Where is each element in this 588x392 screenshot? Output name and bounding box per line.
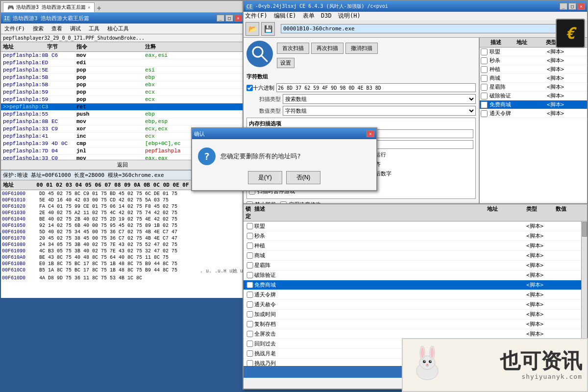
list-item[interactable]: 种植 <脚本> [480, 65, 587, 74]
scroll-thumb[interactable] [582, 222, 587, 237]
cheat-list-item[interactable]: 种植 <脚本> [244, 241, 587, 251]
list-lock-cb[interactable] [481, 84, 488, 91]
ce-menu-help[interactable]: 说明(H) [337, 12, 362, 20]
ce-close-btn[interactable]: ✕ [577, 3, 585, 10]
cheat-list-item[interactable]: 全屏攻击 <脚本> [244, 329, 587, 339]
cheat-lock-checkbox[interactable] [245, 262, 254, 269]
col-bytes: 字节 [47, 43, 76, 50]
menu-search[interactable]: 搜索 [31, 24, 45, 33]
cheat-lock-checkbox[interactable] [245, 272, 254, 278]
toolbar-save-btn[interactable]: 💾 [261, 22, 275, 36]
list-item[interactable]: 破除验证 <脚本> [480, 92, 587, 100]
cheat-lock-checkbox[interactable] [245, 282, 254, 288]
list-item[interactable]: 通天令牌 <脚本> [480, 109, 587, 118]
asm-row[interactable]: pepflashpla:EDedi [1, 59, 244, 67]
list-item[interactable]: 免费商城 <脚本> [480, 100, 587, 109]
asm-row[interactable]: pepflashpla:59popecx [1, 96, 244, 103]
confirm-no-btn[interactable]: 否(N) [286, 171, 321, 184]
cheat-list-item[interactable]: 商城 <脚本> [244, 251, 587, 261]
cheat-lock-checkbox[interactable] [245, 341, 254, 347]
list-lock-cb[interactable] [481, 49, 488, 55]
ce-menu-edit[interactable]: 编辑(E) [272, 12, 298, 20]
cheat-lock-checkbox[interactable] [245, 223, 254, 229]
list-item[interactable]: 联盟 <脚本> [480, 48, 587, 56]
list-item[interactable]: 秒杀 <脚本> [480, 56, 587, 65]
hex-value-input[interactable] [276, 83, 476, 92]
new-tab-button[interactable]: + [96, 4, 102, 12]
asm-row[interactable]: pepflashpla:5Bpopebx [1, 81, 244, 89]
toolbar-open-btn[interactable]: 📂 [245, 22, 259, 36]
list-lock-cb[interactable] [481, 75, 488, 82]
asm-row[interactable]: pepflashpla:8B C6moveax,esi [1, 52, 244, 59]
watermark-sub-text: shyiyuanyk.com [500, 373, 582, 380]
col-comment: 注释 [145, 43, 242, 50]
settings-btn-label[interactable]: 设置 [277, 58, 294, 68]
cheat-list-item[interactable]: 复制存档 <脚本> [244, 319, 587, 329]
cheat-lock-checkbox[interactable] [245, 301, 254, 308]
menu-tools[interactable]: 工具 [87, 24, 101, 33]
watermark-text: 也可资讯 shyiyuanyk.com [500, 350, 582, 380]
cheat-list-item[interactable]: 免费商城 <脚本> [244, 280, 587, 290]
ce-menu-table[interactable]: 表单 [301, 12, 316, 20]
cheat-list-item[interactable]: 通天令牌 <脚本> [244, 290, 587, 300]
browser-tab-active[interactable]: 🎮 浩劫西游3 浩劫西游大霸王后篇 ✕ [3, 2, 95, 12]
next-scan-btn[interactable]: 再次扫描 [311, 43, 343, 54]
list-item[interactable]: 星霸阵 <脚本> [480, 83, 587, 92]
list-item[interactable]: 商城 <脚本> [480, 74, 587, 83]
browser-title-text: 浩劫西游3 浩劫西游大霸王后篇 [13, 15, 89, 22]
browser-close-btn[interactable]: ✕ [234, 15, 242, 22]
ce-maximize-btn[interactable]: □ [568, 3, 576, 10]
ce-menu-file[interactable]: 文件(F) [244, 12, 269, 20]
menu-file[interactable]: 文件(F) [3, 24, 26, 33]
cheat-lock-checkbox[interactable] [245, 292, 254, 298]
cheat-list-item[interactable]: 秒杀 <脚本> [244, 231, 587, 241]
menu-debug[interactable]: 调试 [69, 24, 82, 33]
cheat-lock-checkbox[interactable] [245, 233, 254, 239]
confirm-x-btn[interactable]: ✕ [367, 130, 374, 137]
cheat-lock-checkbox[interactable] [245, 321, 254, 327]
asm-row[interactable]: pepflashpla:8B ECmovebp,esp [1, 118, 244, 125]
asm-row-selected[interactable]: >>pepflashp:C3ret [1, 103, 244, 111]
browser-maximize-btn[interactable]: □ [225, 15, 233, 22]
scan-icon[interactable] [246, 41, 273, 67]
svg-point-9 [429, 360, 432, 363]
ce-minimize-btn[interactable]: _ [560, 3, 567, 10]
list-type: <脚本> [547, 66, 566, 73]
menu-core-tools[interactable]: 核心工具 [106, 24, 130, 33]
cheat-lock-checkbox[interactable] [245, 252, 254, 259]
list-lock-cb[interactable] [481, 57, 488, 64]
hex-label: 十六进制 [253, 84, 274, 92]
browser-minimize-btn[interactable]: _ [217, 15, 224, 22]
asm-row[interactable]: pepflashpla:55pushebp [1, 111, 244, 118]
list-lock-cb[interactable] [481, 66, 488, 73]
cheat-type: <脚本> [526, 320, 556, 328]
asm-row[interactable]: pepflashpla:59popecx [1, 89, 244, 96]
list-lock-cb[interactable] [481, 101, 488, 108]
cheat-list-item[interactable]: 联盟 <脚本> [244, 221, 587, 231]
cheat-list-item[interactable]: 星霸阵 <脚本> [244, 261, 587, 270]
hex-row: 00F610904C B3 05 75 3B 40 02 75 7E 43 02… [2, 248, 243, 254]
tab-close-btn[interactable]: ✕ [88, 5, 90, 10]
ce-menu-d3d[interactable]: D3D [319, 12, 333, 20]
cancel-scan-btn[interactable]: 撤消扫描 [345, 43, 378, 54]
cheat-lock-checkbox[interactable] [245, 350, 254, 357]
cheat-desc: 复制存档 [254, 320, 487, 328]
cheat-lock-checkbox[interactable] [245, 331, 254, 337]
cheat-lock-checkbox[interactable] [245, 360, 254, 366]
scan-type-select[interactable]: 搜索数组 [283, 94, 476, 104]
confirm-yes-btn[interactable]: 是(Y) [248, 171, 282, 184]
cheat-list-item[interactable]: 加成时间 <脚本> [244, 310, 587, 319]
menu-view[interactable]: 查看 [50, 24, 64, 33]
first-scan-btn[interactable]: 首次扫描 [277, 43, 309, 54]
asm-row[interactable]: pepflashpla:5Epopesi [1, 67, 244, 74]
list-lock-cb[interactable] [481, 93, 488, 99]
watermark-main-text: 也可资讯 [500, 350, 582, 372]
asm-row[interactable]: pepflashpla:5Bpopebp [1, 74, 244, 81]
cheat-lock-checkbox[interactable] [245, 243, 254, 249]
hex-checkbox[interactable] [246, 85, 253, 91]
cheat-lock-checkbox[interactable] [245, 311, 254, 318]
cheat-list-item[interactable]: 通天赦令 <脚本> [244, 300, 587, 310]
list-lock-cb[interactable] [481, 110, 488, 117]
cheat-list-item[interactable]: 破除验证 <脚本> [244, 270, 587, 280]
value-type-select[interactable]: 字符数组 [283, 106, 476, 116]
